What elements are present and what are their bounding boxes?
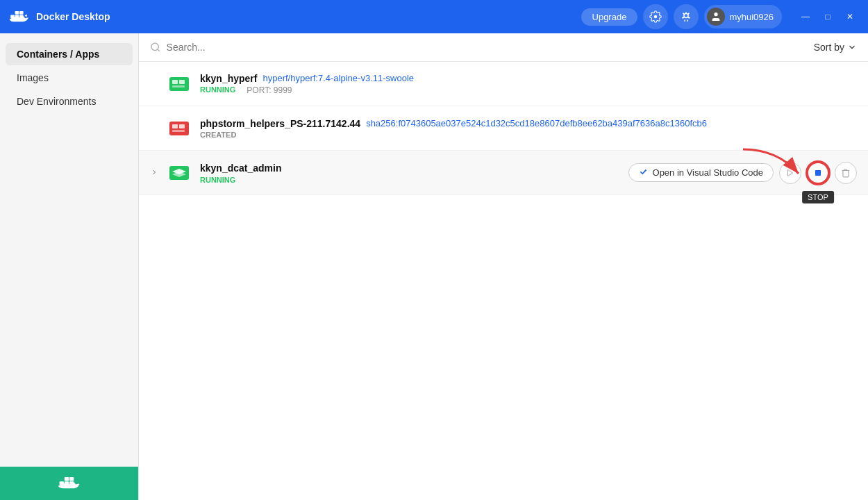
search-bar: Sort by xyxy=(139,33,868,62)
container-list: kkyn_hyperf hyperf/hyperf:7.4-alpine-v3.… xyxy=(139,62,868,500)
chevron-down-icon xyxy=(847,42,857,52)
content-area: Sort by kkyn_hyperf hyperf/hy xyxy=(139,33,868,500)
container-meta-phpstorm: CREATED xyxy=(200,131,857,139)
vscode-icon xyxy=(639,168,649,178)
svg-rect-11 xyxy=(69,477,74,481)
username-label: myhui0926 xyxy=(729,12,774,22)
chevron-right-icon xyxy=(150,168,158,176)
user-menu-button[interactable]: myhui0926 xyxy=(704,5,782,28)
open-vscode-button[interactable]: Open in Visual Studio Code xyxy=(628,163,774,182)
container-name-hyperf: kkyn_hyperf xyxy=(200,73,257,84)
sidebar-footer xyxy=(0,467,138,500)
maximize-button[interactable]: □ xyxy=(818,7,837,26)
titlebar-logo: Docker Desktop xyxy=(8,6,581,28)
svg-rect-15 xyxy=(179,80,185,84)
svg-rect-23 xyxy=(815,170,821,176)
container-name-phpstorm: phpstorm_helpers_PS-211.7142.44 xyxy=(200,118,360,129)
container-port-hyperf: PORT: 9999 xyxy=(247,85,292,95)
search-icon xyxy=(150,42,161,53)
avatar xyxy=(707,8,725,26)
gear-icon xyxy=(649,10,662,23)
container-row-phpstorm: phpstorm_helpers_PS-211.7142.44 sha256:f… xyxy=(139,106,868,151)
svg-rect-17 xyxy=(169,122,189,135)
svg-rect-19 xyxy=(179,124,185,128)
svg-rect-10 xyxy=(64,477,68,481)
upgrade-button[interactable]: Upgrade xyxy=(581,8,638,26)
status-created-phpstorm: CREATED xyxy=(200,131,236,139)
sidebar-item-images[interactable]: Images xyxy=(6,67,133,89)
svg-rect-20 xyxy=(172,130,185,132)
container-info-hyperf: kkyn_hyperf hyperf/hyperf:7.4-alpine-v3.… xyxy=(200,73,857,95)
sidebar: Containers / Apps Images Dev Environment… xyxy=(0,33,139,500)
main-layout: Containers / Apps Images Dev Environment… xyxy=(0,33,868,500)
search-input[interactable] xyxy=(167,42,808,53)
bug-icon xyxy=(680,10,692,23)
sidebar-item-containers-apps[interactable]: Containers / Apps xyxy=(6,43,133,65)
titlebar-actions: Upgrade myhui0926 — □ ✕ xyxy=(581,4,860,29)
app-title: Docker Desktop xyxy=(36,11,110,22)
settings-button[interactable] xyxy=(643,4,668,29)
container-icon-hyperf xyxy=(167,72,192,97)
container-row-dcat: kkyn_dcat_admin RUNNING Open in Visual S… xyxy=(139,151,868,195)
titlebar: Docker Desktop Upgrade myhui0926 — □ ✕ xyxy=(0,0,868,33)
svg-rect-3 xyxy=(15,11,19,15)
container-info-dcat: kkyn_dcat_admin RUNNING xyxy=(200,162,628,184)
svg-point-12 xyxy=(151,43,158,50)
window-controls: — □ ✕ xyxy=(796,7,860,26)
svg-rect-4 xyxy=(19,11,24,15)
svg-rect-18 xyxy=(172,124,178,128)
container-icon-dcat xyxy=(167,160,192,185)
svg-marker-22 xyxy=(788,169,793,176)
docker-logo-icon xyxy=(8,6,31,28)
container-image-link-hyperf[interactable]: hyperf/hyperf:7.4-alpine-v3.11-swoole xyxy=(262,73,414,83)
stop-button-wrap: STOP xyxy=(807,162,829,184)
status-running-dcat: RUNNING xyxy=(200,176,235,184)
stop-tooltip: STOP xyxy=(802,191,834,203)
delete-button[interactable] xyxy=(835,162,857,184)
trash-icon xyxy=(841,168,851,178)
container-icon-phpstorm xyxy=(167,116,192,141)
svg-point-6 xyxy=(715,12,718,16)
svg-rect-14 xyxy=(172,80,178,84)
minimize-button[interactable]: — xyxy=(796,7,815,26)
svg-rect-13 xyxy=(169,77,189,91)
search-input-wrap xyxy=(150,42,808,53)
container-meta-dcat: RUNNING xyxy=(200,176,628,184)
stop-icon xyxy=(814,169,822,177)
container-sha-phpstorm: sha256:f0743605ae037e524c1d32c5cd18e8607… xyxy=(366,118,707,128)
container-row: kkyn_hyperf hyperf/hyperf:7.4-alpine-v3.… xyxy=(139,62,868,106)
play-icon xyxy=(786,169,794,177)
diagnostics-button[interactable] xyxy=(674,4,699,29)
svg-rect-16 xyxy=(172,85,185,88)
svg-point-5 xyxy=(684,14,688,18)
sidebar-item-dev-environments[interactable]: Dev Environments xyxy=(6,90,133,112)
stop-button[interactable] xyxy=(807,162,829,184)
row-expand-3[interactable] xyxy=(150,167,164,179)
status-running-hyperf: RUNNING xyxy=(200,85,235,95)
docker-footer-icon xyxy=(57,474,82,493)
sort-by-button[interactable]: Sort by xyxy=(814,42,857,53)
container-info-phpstorm: phpstorm_helpers_PS-211.7142.44 sha256:f… xyxy=(200,118,857,139)
sidebar-nav: Containers / Apps Images Dev Environment… xyxy=(0,33,138,467)
container-name-dcat: kkyn_dcat_admin xyxy=(200,162,282,174)
restart-button[interactable] xyxy=(779,162,801,184)
row-actions-dcat: Open in Visual Studio Code STOP xyxy=(628,162,857,184)
container-meta-hyperf: RUNNING PORT: 9999 xyxy=(200,85,857,95)
close-button[interactable]: ✕ xyxy=(840,7,860,26)
